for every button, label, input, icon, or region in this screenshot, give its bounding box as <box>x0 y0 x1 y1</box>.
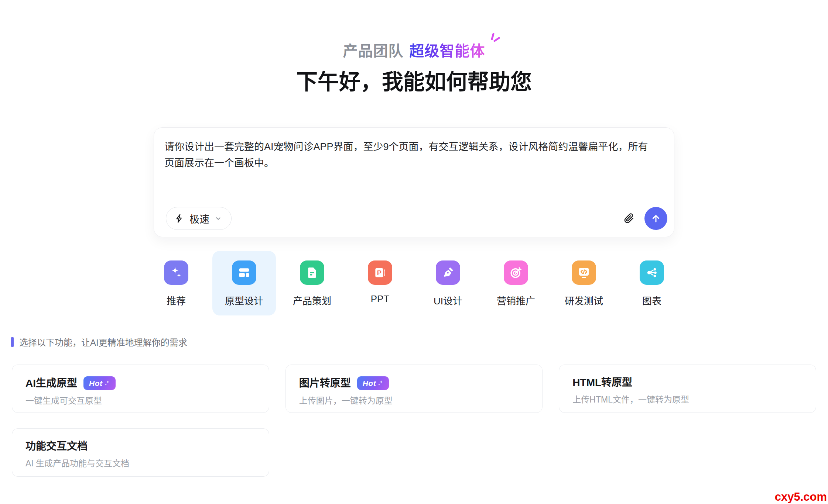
card-title-row: 功能交互文档 <box>25 440 256 453</box>
ppt-book-icon: P <box>368 260 392 285</box>
card-html-to-prototype[interactable]: HTML转原型 上传HTML文件，一键转为原型 <box>559 365 816 413</box>
card-title-row: AI生成原型 Hot <box>25 376 256 390</box>
app-item-prototype-design[interactable]: 原型设计 <box>212 251 276 315</box>
pen-nib-icon <box>436 260 460 285</box>
app-item-marketing[interactable]: 营销推广 <box>484 251 548 315</box>
app-item-product-planning[interactable]: 产品策划 <box>280 251 344 315</box>
team-label: 产品团队 <box>343 43 404 59</box>
accent-bar <box>11 337 14 347</box>
mode-selector[interactable]: 极速 <box>166 207 232 230</box>
hero-section: 产品团队超级智能体 下午好，我能如何帮助您 <box>0 0 828 96</box>
app-label: 研发测试 <box>565 293 603 307</box>
app-label: UI设计 <box>434 293 462 307</box>
hot-badge: Hot <box>357 376 389 390</box>
section-title: 选择以下功能，让AI更精准地理解你的需求 <box>19 335 187 348</box>
app-item-ppt[interactable]: P PPT <box>348 251 412 315</box>
lightning-bolt-icon <box>174 213 185 224</box>
section-header: 选择以下功能，让AI更精准地理解你的需求 <box>11 335 828 348</box>
page-title: 下午好，我能如何帮助您 <box>0 68 828 96</box>
feature-cards-grid: AI生成原型 Hot 一键生成可交互原型 图片转原型 Hot 上传图片，一键转为… <box>12 365 816 477</box>
app-item-charts[interactable]: 图表 <box>620 251 684 315</box>
app-item-rd-testing[interactable]: 研发测试 <box>552 251 616 315</box>
card-ai-generate-prototype[interactable]: AI生成原型 Hot 一键生成可交互原型 <box>12 365 269 413</box>
attach-button[interactable] <box>623 213 635 224</box>
card-title: HTML转原型 <box>572 376 632 389</box>
composer-toolbar: 极速 <box>154 207 674 237</box>
app-label: 图表 <box>642 293 661 307</box>
card-subtitle: 上传HTML文件，一键转为原型 <box>572 394 803 405</box>
sparkles-icon <box>164 260 188 285</box>
arrow-up-icon <box>650 213 661 224</box>
card-title: 图片转原型 <box>299 377 351 390</box>
card-title: 功能交互文档 <box>25 440 88 453</box>
send-button[interactable] <box>644 207 667 230</box>
card-title-row: HTML转原型 <box>572 376 803 389</box>
layout-icon <box>232 260 256 285</box>
agent-label: 超级智能体 <box>410 43 485 59</box>
app-category-row: 推荐 原型设计 产品策划 P <box>0 251 828 315</box>
prompt-composer: 请你设计出一套完整的AI宠物问诊APP界面，至少9个页面，有交互逻辑关系，设计风… <box>154 127 674 237</box>
document-icon <box>300 260 324 285</box>
share-nodes-icon <box>640 260 664 285</box>
composer-actions <box>623 207 667 230</box>
hot-badge: Hot <box>83 376 116 390</box>
prompt-input[interactable]: 请你设计出一套完整的AI宠物问诊APP界面，至少9个页面，有交互逻辑关系，设计风… <box>154 128 674 171</box>
paperclip-icon <box>623 213 635 224</box>
eyebrow: 产品团队超级智能体 <box>0 43 828 59</box>
svg-text:P: P <box>377 269 382 277</box>
app-label: 原型设计 <box>225 293 263 307</box>
chevron-down-icon <box>214 214 222 222</box>
page: { "header": { "team_label": "产品团队", "age… <box>0 0 828 504</box>
card-interaction-doc[interactable]: 功能交互文档 AI 生成产品功能与交互文档 <box>12 428 269 477</box>
card-image-to-prototype[interactable]: 图片转原型 Hot 上传图片，一键转为原型 <box>285 365 543 413</box>
card-subtitle: 一键生成可交互原型 <box>25 396 256 407</box>
code-screen-icon <box>572 260 596 285</box>
sparkle-icon <box>104 380 111 387</box>
app-item-ui-design[interactable]: UI设计 <box>416 251 480 315</box>
app-label: 产品策划 <box>293 293 331 307</box>
card-title: AI生成原型 <box>25 377 77 390</box>
app-label: 推荐 <box>167 293 186 307</box>
app-label: PPT <box>371 293 390 305</box>
sparkle-strokes-icon <box>482 32 502 48</box>
target-dart-icon <box>504 260 528 285</box>
app-item-recommend[interactable]: 推荐 <box>144 251 208 315</box>
card-subtitle: AI 生成产品功能与交互文档 <box>25 458 256 469</box>
mode-label: 极速 <box>189 211 209 226</box>
card-subtitle: 上传图片，一键转为原型 <box>299 396 529 407</box>
app-label: 营销推广 <box>497 293 535 307</box>
site-watermark: cxy5.com <box>775 490 827 504</box>
card-title-row: 图片转原型 Hot <box>299 376 529 390</box>
sparkle-icon <box>377 380 384 387</box>
